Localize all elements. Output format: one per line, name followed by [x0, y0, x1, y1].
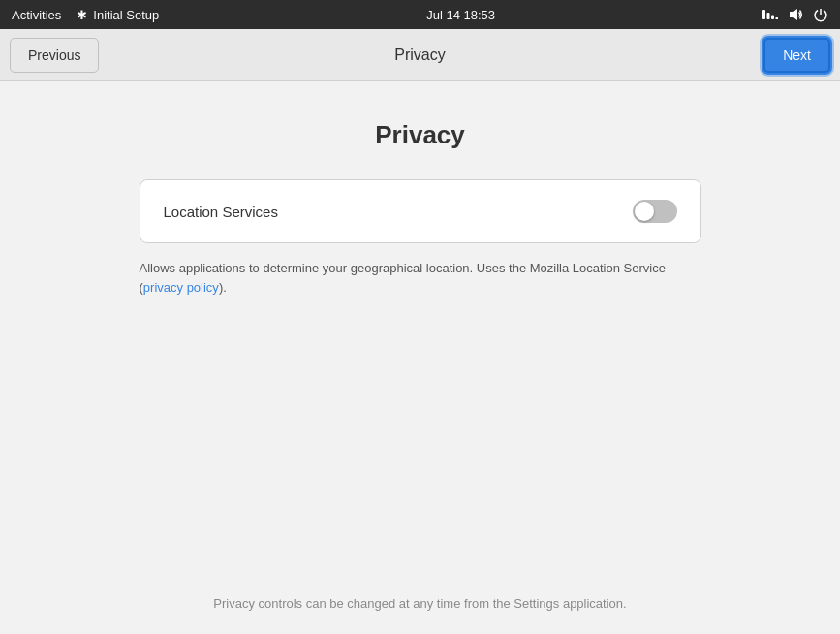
power-icon[interactable] [813, 7, 828, 22]
top-bar: Activities ✱ Initial Setup Jul 14 18:53 [0, 0, 840, 29]
previous-button[interactable]: Previous [10, 38, 99, 73]
privacy-policy-link[interactable]: privacy policy [143, 280, 219, 295]
location-toggle[interactable] [633, 200, 677, 223]
nav-bar-wrapper: Previous Privacy Next [10, 38, 830, 73]
svg-rect-2 [771, 16, 774, 20]
system-tray [762, 7, 828, 22]
svg-rect-1 [766, 13, 769, 19]
main-content: Privacy Location Services Allows applica… [0, 81, 840, 634]
nav-bar: Previous Privacy Next [0, 29, 840, 81]
wrench-icon: ✱ [77, 8, 87, 22]
datetime-display: Jul 14 18:53 [426, 8, 495, 22]
description-text: Allows applications to determine your ge… [140, 259, 701, 297]
setup-label: Initial Setup [93, 8, 159, 22]
svg-marker-4 [790, 9, 797, 20]
nav-title: Privacy [394, 47, 445, 64]
volume-icon[interactable] [788, 7, 803, 22]
location-services-card: Location Services [140, 179, 701, 243]
next-button[interactable]: Next [763, 38, 830, 73]
footer-text: Privacy controls can be changed at any t… [213, 596, 626, 611]
location-row: Location Services [164, 200, 677, 223]
toggle-knob [635, 202, 654, 221]
top-bar-left: Activities ✱ Initial Setup [12, 8, 159, 22]
setup-title: ✱ Initial Setup [77, 8, 159, 22]
network-icon[interactable] [762, 7, 778, 22]
svg-rect-3 [775, 17, 778, 19]
page-title: Privacy [375, 120, 465, 150]
description-suffix: ). [219, 280, 227, 295]
activities-button[interactable]: Activities [12, 8, 61, 22]
location-services-label: Location Services [164, 204, 278, 220]
svg-rect-0 [762, 10, 765, 19]
